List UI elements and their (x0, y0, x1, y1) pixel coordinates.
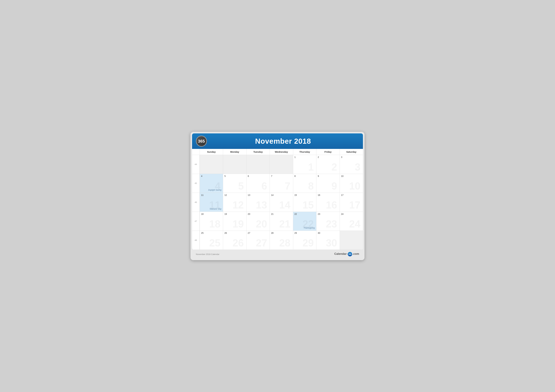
day-header-friday: Friday (316, 149, 340, 155)
brand-text-prefix: Calendar- (334, 252, 347, 256)
day-cell-27: 2727 (246, 231, 270, 250)
week-number-44: 44 (192, 155, 200, 174)
day-number: 18 (201, 213, 222, 215)
day-number: 26 (224, 232, 245, 234)
day-number: 19 (224, 213, 245, 215)
day-cell-14: 1414 (270, 193, 293, 212)
day-cell-13: 1313 (246, 193, 270, 212)
day-header-saturday: Saturday (340, 149, 363, 155)
calendar-wrapper: 365 November 2018 SundayMondayTuesdayWed… (190, 132, 365, 260)
day-number: 4 (201, 175, 222, 177)
day-cell-15: 1515 (293, 193, 316, 212)
footer-brand: Calendar-365.com (334, 252, 359, 256)
watermark: 17 (349, 200, 360, 210)
watermark: 18 (209, 219, 220, 229)
day-number: 16 (318, 194, 338, 196)
day-number: 10 (341, 175, 362, 177)
day-cell-7: 77 (270, 174, 293, 193)
day-cell-empty (340, 231, 363, 250)
day-number: 22 (294, 213, 315, 215)
day-number: 2 (318, 156, 338, 158)
event-label: Veterans' Day (210, 208, 221, 210)
watermark: 29 (302, 238, 314, 248)
day-cell-empty (200, 155, 223, 174)
day-number: 7 (271, 175, 292, 177)
day-cell-empty (246, 155, 270, 174)
day-cell-empty (270, 155, 293, 174)
day-number: 12 (224, 194, 245, 196)
day-cell-12: 1212 (223, 193, 246, 212)
watermark: 27 (256, 238, 267, 248)
day-cell-26: 2626 (223, 231, 246, 250)
watermark: 8 (308, 181, 314, 191)
day-cell-28: 2828 (270, 231, 293, 250)
watermark: 12 (233, 200, 244, 210)
day-number: 21 (271, 213, 292, 215)
day-number: 27 (248, 232, 268, 234)
day-number: 28 (271, 232, 292, 234)
brand-text-suffix: .com (352, 252, 359, 256)
watermark: 2 (331, 162, 337, 172)
calendar-footer: November 2018 Calendar Calendar-365.com (192, 250, 363, 259)
day-number: 25 (201, 232, 222, 234)
day-header-wednesday: Wednesday (270, 149, 293, 155)
day-cell-30: 3030 (316, 231, 340, 250)
week-number-45: 45 (192, 174, 200, 193)
watermark: 7 (285, 181, 291, 191)
brand-badge: 365 (348, 252, 352, 256)
calendar-inner: 365 November 2018 SundayMondayTuesdayWed… (192, 133, 363, 250)
day-cell-11: 1111Veterans' Day (200, 193, 223, 212)
watermark: 3 (355, 162, 360, 172)
watermark: 15 (302, 200, 314, 210)
day-number: 5 (224, 175, 245, 177)
day-number: 24 (341, 213, 362, 215)
watermark: 6 (262, 181, 267, 191)
day-number: 11 (201, 194, 222, 196)
watermark: 9 (331, 181, 337, 191)
watermark: 13 (256, 200, 267, 210)
event-label: Daylight Saving (208, 189, 221, 191)
watermark: 26 (233, 238, 244, 248)
day-cell-29: 2929 (293, 231, 316, 250)
day-cell-19: 1919 (223, 212, 246, 231)
logo-badge: 365 (196, 136, 207, 147)
watermark: 14 (279, 200, 291, 210)
watermark: 20 (256, 219, 267, 229)
day-number: 17 (341, 194, 362, 196)
day-cell-20: 2020 (246, 212, 270, 231)
day-header-thursday: Thursday (293, 149, 316, 155)
day-cell-4: 44Daylight Saving (200, 174, 223, 193)
day-cell-17: 1717 (340, 193, 363, 212)
day-cell-24: 2424 (340, 212, 363, 231)
calendar-grid: 441122334544Daylight Saving5566778899101… (192, 155, 363, 250)
calendar-header: 365 November 2018 (192, 133, 363, 149)
watermark: 23 (326, 219, 337, 229)
week-number-46: 46 (192, 193, 200, 212)
watermark: 10 (349, 181, 360, 191)
day-cell-1: 11 (293, 155, 316, 174)
day-cell-2: 22 (316, 155, 340, 174)
day-number: 9 (318, 175, 338, 177)
day-number: 13 (248, 194, 268, 196)
day-header-monday: Monday (223, 149, 246, 155)
day-number: 15 (294, 194, 315, 196)
day-cell-16: 1616 (316, 193, 340, 212)
watermark: 25 (209, 238, 220, 248)
day-number: 20 (248, 213, 268, 215)
watermark: 5 (238, 181, 244, 191)
day-header-sunday: Sunday (200, 149, 223, 155)
day-cell-5: 55 (223, 174, 246, 193)
day-cell-3: 33 (340, 155, 363, 174)
week-number-47: 47 (192, 212, 200, 231)
day-cell-25: 2525 (200, 231, 223, 250)
day-number: 8 (294, 175, 315, 177)
watermark: 24 (349, 219, 360, 229)
watermark: 28 (279, 238, 291, 248)
day-cell-empty (223, 155, 246, 174)
day-number: 14 (271, 194, 292, 196)
day-number: 6 (248, 175, 268, 177)
watermark: 16 (326, 200, 337, 210)
footer-caption: November 2018 Calendar (196, 253, 219, 256)
day-header-tuesday: Tuesday (246, 149, 270, 155)
day-number: 3 (341, 156, 362, 158)
